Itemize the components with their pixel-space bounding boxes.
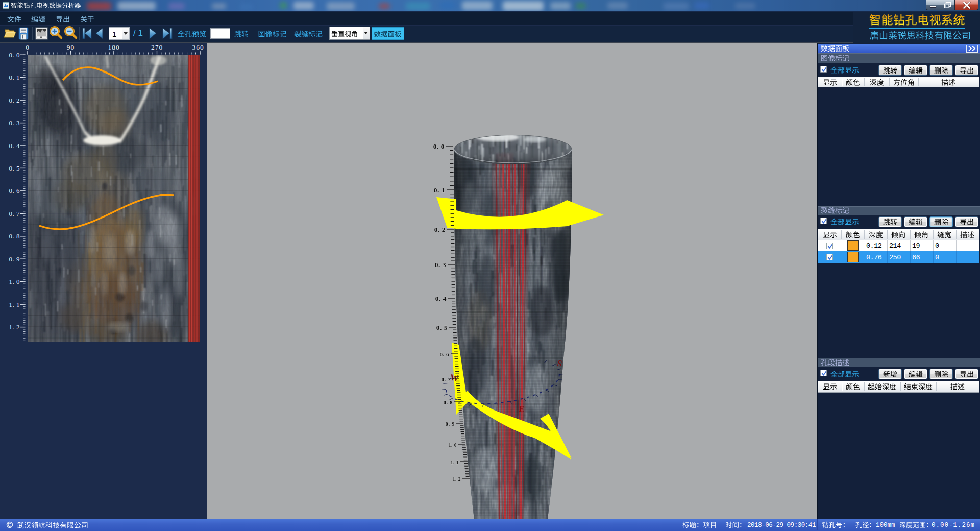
svg-text:0. 0: 0. 0 [9, 51, 20, 59]
svg-text:0. 9: 0. 9 [9, 255, 20, 263]
svg-text:0. 9: 0. 9 [446, 421, 455, 427]
svg-text:0. 2: 0. 2 [9, 96, 20, 104]
svg-text:180: 180 [108, 43, 119, 51]
svg-text:0. 4: 0. 4 [435, 295, 447, 302]
svg-text:0. 8: 0. 8 [444, 399, 453, 405]
svg-text:0. 2: 0. 2 [434, 226, 446, 233]
svg-text:1. 2: 1. 2 [9, 323, 20, 331]
svg-text:1. 1: 1. 1 [9, 301, 20, 308]
svg-text:0. 4: 0. 4 [9, 142, 20, 150]
svg-text:270: 270 [151, 43, 163, 51]
svg-text:1. 0: 1. 0 [9, 278, 20, 285]
svg-text:0. 7: 0. 7 [442, 376, 451, 382]
svg-text:0: 0 [26, 43, 30, 51]
svg-text:1. 1: 1. 1 [451, 460, 459, 465]
svg-text:0. 5: 0. 5 [9, 164, 20, 172]
svg-text:0. 6: 0. 6 [440, 351, 450, 357]
svg-text:0. 3: 0. 3 [9, 119, 20, 127]
svg-text:0. 8: 0. 8 [9, 232, 20, 240]
svg-text:0. 3: 0. 3 [435, 261, 446, 269]
svg-text:0. 0: 0. 0 [433, 142, 445, 150]
svg-text:0. 7: 0. 7 [9, 210, 20, 218]
svg-text:1. 2: 1. 2 [453, 477, 461, 482]
svg-text:0. 1: 0. 1 [9, 74, 20, 81]
svg-text:1. 0: 1. 0 [449, 443, 457, 448]
svg-text:0. 1: 0. 1 [434, 186, 445, 194]
svg-text:E: E [519, 404, 525, 414]
svg-text:90: 90 [67, 43, 75, 51]
svg-text:0. 5: 0. 5 [436, 324, 448, 331]
svg-text:360: 360 [192, 43, 204, 51]
svg-text:0. 6: 0. 6 [9, 187, 20, 195]
